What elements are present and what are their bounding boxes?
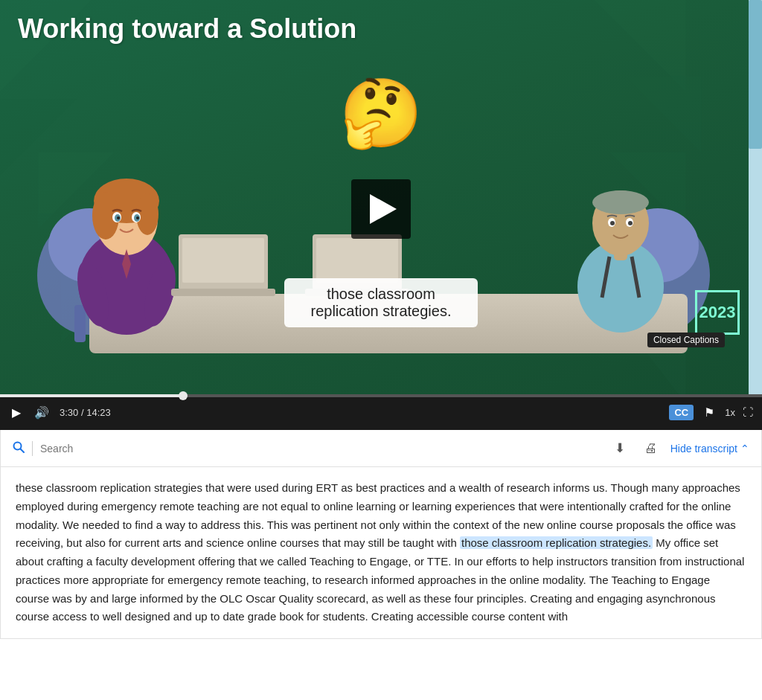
- video-title: Working toward a Solution: [18, 13, 356, 45]
- character-right: [554, 149, 688, 342]
- svg-line-53: [21, 449, 25, 452]
- transcript-section: ⬇ 🖨 Hide transcript ⌃ these classroom re…: [0, 430, 762, 639]
- svg-marker-7: [625, 76, 701, 152]
- year-badge: 20 23: [695, 290, 740, 335]
- flag-icon: ⚑: [704, 405, 714, 420]
- search-icon: [13, 441, 25, 456]
- cc-button[interactable]: CC: [669, 405, 694, 420]
- download-button[interactable]: ⬇: [609, 437, 631, 459]
- subtitle-bar: those classroom replication strategies.: [284, 278, 478, 327]
- download-icon: ⬇: [615, 441, 625, 455]
- progress-bar-fill: [0, 394, 183, 397]
- progress-bar-container[interactable]: [0, 394, 762, 397]
- thinking-emoji: 🤔: [339, 74, 423, 152]
- print-icon: 🖨: [644, 441, 657, 455]
- scrollbar[interactable]: [749, 0, 762, 394]
- play-triangle-icon: [370, 194, 397, 224]
- speed-button[interactable]: 1x: [725, 407, 735, 418]
- chevron-up-icon: ⌃: [740, 443, 749, 455]
- video-controls-bar: ▶ 🔊 3:30 / 14:23 CC ⚑ 1x ⛶: [0, 394, 762, 430]
- hide-transcript-button[interactable]: Hide transcript ⌃: [670, 443, 749, 455]
- video-player-container: Working toward a Solution 20 23: [0, 0, 762, 430]
- flag-button[interactable]: ⚑: [701, 402, 717, 423]
- transcript-toolbar: ⬇ 🖨 Hide transcript ⌃: [1, 430, 761, 467]
- svg-point-31: [117, 216, 120, 219]
- progress-dot: [179, 391, 188, 400]
- svg-point-32: [136, 216, 139, 219]
- time-display: 3:30 / 14:23: [60, 407, 111, 418]
- play-button[interactable]: [351, 179, 411, 239]
- fullscreen-button[interactable]: ⛶: [743, 406, 753, 418]
- svg-rect-48: [171, 289, 275, 296]
- search-divider: [32, 441, 33, 456]
- highlighted-phrase: those classroom replication strategies.: [460, 536, 653, 549]
- video-scene: Working toward a Solution 20 23: [0, 0, 762, 394]
- svg-rect-50: [316, 238, 398, 283]
- cc-tooltip: Closed Captions: [647, 333, 725, 347]
- play-pause-icon: ▶: [12, 405, 21, 420]
- svg-rect-47: [182, 238, 264, 283]
- svg-point-44: [610, 221, 615, 225]
- transcript-body: these classroom replication strategies t…: [1, 467, 761, 638]
- svg-point-41: [592, 190, 649, 214]
- svg-point-45: [628, 221, 633, 225]
- play-pause-button[interactable]: ▶: [9, 402, 24, 423]
- scrollbar-thumb: [749, 0, 762, 149]
- volume-button[interactable]: 🔊: [31, 402, 52, 423]
- laptop-left: [171, 231, 275, 298]
- print-button[interactable]: 🖨: [638, 438, 663, 459]
- volume-icon: 🔊: [34, 405, 49, 420]
- transcript-search-input[interactable]: [40, 443, 601, 455]
- fullscreen-icon: ⛶: [743, 406, 753, 418]
